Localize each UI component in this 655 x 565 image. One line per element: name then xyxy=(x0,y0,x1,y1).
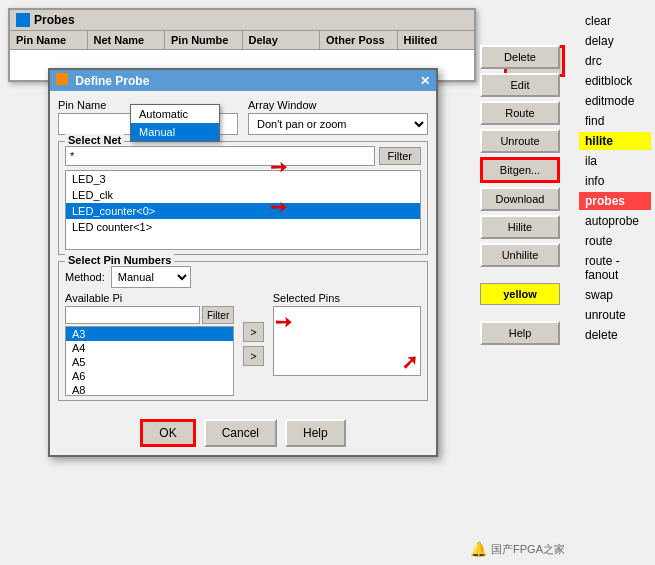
edit-button[interactable]: Edit xyxy=(480,73,560,97)
dialog-titlebar: Define Probe ✕ xyxy=(50,70,436,91)
sidebar-item-route[interactable]: route xyxy=(579,232,651,250)
sidebar-item-probes[interactable]: probes xyxy=(579,192,651,210)
arrows-col: > > xyxy=(240,292,266,396)
selected-pins-label: Selected Pins xyxy=(273,292,421,304)
net-list[interactable]: LED_3 LED_clk LED_counter<0> LED counter… xyxy=(65,170,421,250)
sidebar-item-unroute[interactable]: unroute xyxy=(579,306,651,324)
dropdown-item-manual[interactable]: Manual xyxy=(131,123,219,141)
avail-filter-input[interactable] xyxy=(65,306,200,324)
ok-button[interactable]: OK xyxy=(140,419,195,447)
col-pin-numbe: Pin Numbe xyxy=(165,31,243,49)
dropdown-item-automatic[interactable]: Automatic xyxy=(131,105,219,123)
probes-table-header: Pin Name Net Name Pin Numbe Delay Other … xyxy=(10,31,474,50)
method-row: Method: Manual Automatic xyxy=(65,266,421,288)
select-pin-label: Select Pin Numbers xyxy=(65,254,174,266)
dialog-title-text: Define Probe xyxy=(75,74,149,88)
avail-filter-button[interactable]: Filter xyxy=(202,306,234,324)
method-select[interactable]: Manual Automatic xyxy=(111,266,191,288)
probes-title-text: Probes xyxy=(34,13,75,27)
yellow-button[interactable]: yellow xyxy=(480,283,560,305)
dialog-close-button[interactable]: ✕ xyxy=(420,74,430,88)
pin-list-item-a8[interactable]: A8 xyxy=(66,383,233,396)
net-list-item[interactable]: LED counter<1> xyxy=(66,219,420,235)
delete-button[interactable]: Delete xyxy=(480,45,560,69)
col-other-poss: Other Poss xyxy=(320,31,398,49)
net-list-item-selected[interactable]: LED_counter<0> xyxy=(66,203,420,219)
move-right-button[interactable]: > xyxy=(243,322,263,342)
buttons-col: Delete Edit Route Unroute Bitgen... Down… xyxy=(480,45,560,345)
avail-pins-label: Available Pi xyxy=(65,292,234,304)
net-list-item[interactable]: LED_3 xyxy=(66,171,420,187)
define-probe-dialog: Define Probe ✕ Pin Name Array Window Don… xyxy=(48,68,438,457)
sidebar-item-hilite[interactable]: hilite xyxy=(579,132,651,150)
unroute-button[interactable]: Unroute xyxy=(480,129,560,153)
pin-columns: Available Pi Filter A3 A4 A5 A6 A8 > xyxy=(65,292,421,396)
sidebar-item-autoprobe[interactable]: autoprobe xyxy=(579,212,651,230)
available-pins-group: Available Pi Filter A3 A4 A5 A6 A8 xyxy=(65,292,234,396)
select-pin-section: Select Pin Numbers Method: Manual Automa… xyxy=(58,261,428,401)
sidebar-item-editblock[interactable]: editblock xyxy=(579,72,651,90)
select-net-label: Select Net xyxy=(65,134,124,146)
method-dropdown-overlay: Automatic Manual xyxy=(130,104,220,142)
download-button[interactable]: Download xyxy=(480,187,560,211)
selected-pins-group: Selected Pins xyxy=(273,292,421,396)
sidebar-item-find[interactable]: find xyxy=(579,112,651,130)
sidebar-item-delay[interactable]: delay xyxy=(579,32,651,50)
sidebar-item-info[interactable]: info xyxy=(579,172,651,190)
dialog-title-icon xyxy=(56,73,68,85)
method-label: Method: xyxy=(65,271,105,283)
dialog-footer: OK Cancel Help xyxy=(50,415,436,455)
probes-titlebar: Probes xyxy=(10,10,474,31)
col-delay: Delay xyxy=(243,31,321,49)
probes-title-icon xyxy=(16,13,30,27)
sidebar-item-clear[interactable]: clear xyxy=(579,12,651,30)
avail-filter-row: Filter xyxy=(65,306,234,324)
help-main-button[interactable]: Help xyxy=(480,321,560,345)
unhilite-button[interactable]: Unhilite xyxy=(480,243,560,267)
watermark: 🔔 国产FPGA之家 xyxy=(470,541,565,557)
filter-row: Filter xyxy=(65,146,421,166)
array-window-label: Array Window xyxy=(248,99,428,111)
bitgen-button[interactable]: Bitgen... xyxy=(480,157,560,183)
sidebar-item-editmode[interactable]: editmode xyxy=(579,92,651,110)
watermark-text: 国产FPGA之家 xyxy=(491,542,565,557)
help-dialog-button[interactable]: Help xyxy=(285,419,346,447)
array-window-group: Array Window Don't pan or zoom xyxy=(248,99,428,135)
net-filter-input[interactable] xyxy=(65,146,375,166)
right-sidebar: clear delay drc editblock editmode find … xyxy=(575,8,655,348)
pin-list-item-a6[interactable]: A6 xyxy=(66,369,233,383)
col-hilited: Hilited xyxy=(398,31,475,49)
pin-list-item-a5[interactable]: A5 xyxy=(66,355,233,369)
cancel-button[interactable]: Cancel xyxy=(204,419,277,447)
col-pin-name: Pin Name xyxy=(10,31,88,49)
route-button[interactable]: Route xyxy=(480,101,560,125)
pin-list-item-a4[interactable]: A4 xyxy=(66,341,233,355)
sidebar-item-delete[interactable]: delete xyxy=(579,326,651,344)
sidebar-item-swap[interactable]: swap xyxy=(579,286,651,304)
move-right2-button[interactable]: > xyxy=(243,346,263,366)
avail-pin-list[interactable]: A3 A4 A5 A6 A8 xyxy=(65,326,234,396)
col-net-name: Net Name xyxy=(88,31,166,49)
selected-pin-list[interactable] xyxy=(273,306,421,376)
sidebar-item-ila[interactable]: ila xyxy=(579,152,651,170)
net-list-item[interactable]: LED_clk xyxy=(66,187,420,203)
pin-list-item-a3[interactable]: A3 xyxy=(66,327,233,341)
select-net-section: Select Net Filter LED_3 LED_clk LED_coun… xyxy=(58,141,428,255)
array-window-select[interactable]: Don't pan or zoom xyxy=(248,113,428,135)
sidebar-item-route-fanout[interactable]: route -fanout xyxy=(579,252,651,284)
net-filter-button[interactable]: Filter xyxy=(379,147,421,165)
hilite-button[interactable]: Hilite xyxy=(480,215,560,239)
dialog-body: Pin Name Array Window Don't pan or zoom … xyxy=(50,91,436,415)
pin-array-row: Pin Name Array Window Don't pan or zoom xyxy=(58,99,428,135)
sidebar-item-drc[interactable]: drc xyxy=(579,52,651,70)
